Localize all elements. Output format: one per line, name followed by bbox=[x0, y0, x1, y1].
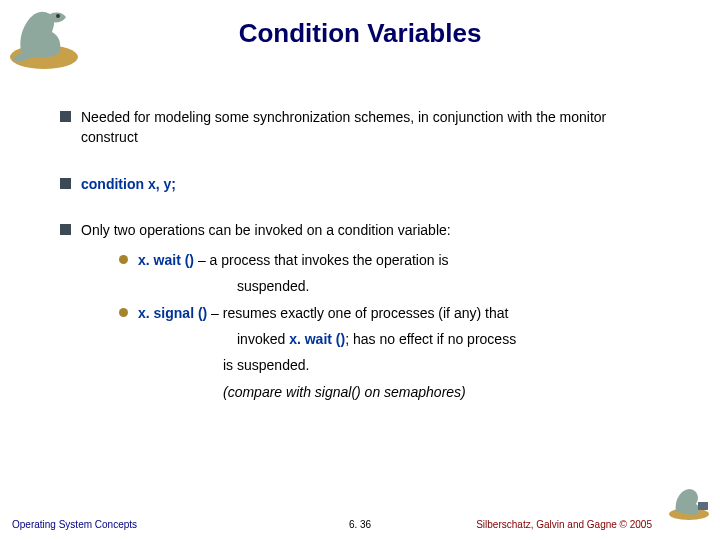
continuation-line: suspended. bbox=[237, 276, 666, 296]
text-span: ; has no effect if no process bbox=[345, 331, 516, 347]
bullet-item: Only two operations can be invoked on a … bbox=[60, 220, 666, 408]
keyword: x. wait () bbox=[138, 252, 194, 268]
sub-bullet-item: x. wait () – a process that invokes the … bbox=[119, 250, 666, 270]
svg-rect-3 bbox=[698, 502, 708, 510]
sub-bullet-list: x. wait () – a process that invokes the … bbox=[119, 250, 666, 402]
square-bullet-icon bbox=[60, 111, 71, 122]
svg-point-1 bbox=[56, 14, 60, 18]
footer-page-number: 6. 36 bbox=[349, 519, 371, 530]
footer-copyright: Silberschatz, Galvin and Gagne © 2005 bbox=[476, 519, 652, 530]
bullet-text: Needed for modeling some synchronization… bbox=[81, 107, 666, 148]
slide-title: Condition Variables bbox=[0, 0, 720, 49]
text-span: – a process that invokes the operation i… bbox=[194, 252, 448, 268]
slide-content: Needed for modeling some synchronization… bbox=[0, 49, 720, 408]
circle-bullet-icon bbox=[119, 308, 128, 317]
footer-left: Operating System Concepts bbox=[12, 519, 137, 530]
bullet-item: condition x, y; bbox=[60, 174, 666, 194]
bullet-item: Needed for modeling some synchronization… bbox=[60, 107, 666, 148]
sub-bullet-text: x. wait () – a process that invokes the … bbox=[138, 250, 666, 270]
dinosaur-logo-bottom bbox=[664, 482, 714, 522]
sub-bullet-text: x. signal () – resumes exactly one of pr… bbox=[138, 303, 666, 323]
dinosaur-small-icon bbox=[664, 482, 714, 522]
keyword: x. wait () bbox=[289, 331, 345, 347]
square-bullet-icon bbox=[60, 178, 71, 189]
sub-bullet-item: x. signal () – resumes exactly one of pr… bbox=[119, 303, 666, 323]
bullet-text: Only two operations can be invoked on a … bbox=[81, 220, 666, 408]
continuation-line: is suspended. bbox=[223, 355, 666, 375]
continuation-line: invoked x. wait (); has no effect if no … bbox=[237, 329, 666, 349]
text-span: – resumes exactly one of processes (if a… bbox=[207, 305, 508, 321]
continuation-line: (compare with signal() on semaphores) bbox=[223, 382, 666, 402]
bullet-text-span: Only two operations can be invoked on a … bbox=[81, 222, 451, 238]
square-bullet-icon bbox=[60, 224, 71, 235]
text-span: invoked bbox=[237, 331, 289, 347]
slide-footer: Operating System Concepts 6. 36 Silbersc… bbox=[0, 519, 720, 530]
dinosaur-logo-top bbox=[2, 2, 87, 72]
keyword: x. signal () bbox=[138, 305, 207, 321]
circle-bullet-icon bbox=[119, 255, 128, 264]
dinosaur-icon bbox=[2, 2, 87, 72]
bullet-text: condition x, y; bbox=[81, 174, 666, 194]
